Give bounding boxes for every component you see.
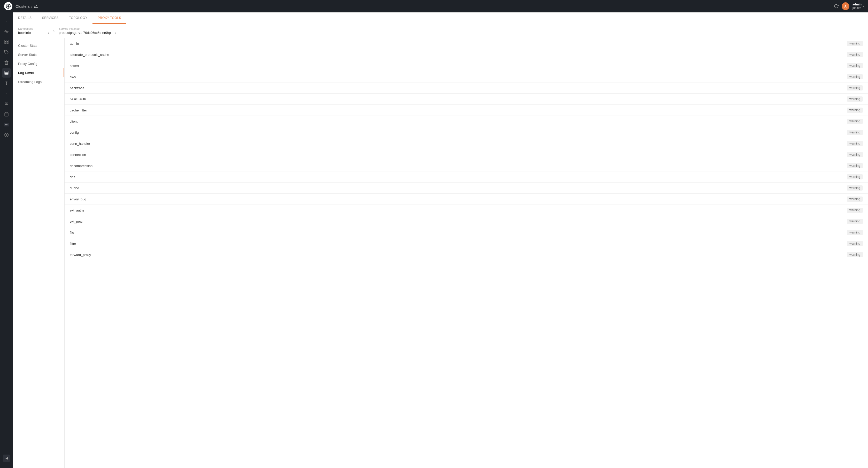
log-name-cell: filter: [65, 238, 707, 249]
table-row: aws warning: [65, 71, 868, 83]
level-badge[interactable]: warning: [847, 230, 863, 235]
user-menu[interactable]: admin jupiter ▾: [852, 3, 864, 10]
left-nav: Cluster Stats Server Stats Proxy Config …: [13, 38, 65, 468]
table-row: client warning: [65, 116, 868, 127]
log-name-cell: config: [65, 127, 707, 138]
refresh-button[interactable]: [834, 4, 839, 8]
left-nav-proxy-config[interactable]: Proxy Config: [13, 59, 64, 68]
log-level-cell: warning: [707, 127, 868, 138]
sidebar-icons: • • WA ◀: [0, 12, 13, 468]
log-name-cell: client: [65, 116, 707, 127]
left-nav-log-level[interactable]: Log Level: [13, 68, 64, 77]
table-row: ext_proc warning: [65, 216, 868, 227]
table-row: admin warning: [65, 38, 868, 49]
level-badge[interactable]: warning: [847, 163, 863, 168]
breadcrumb-parent[interactable]: Clusters: [16, 4, 30, 8]
log-level-cell: warning: [707, 94, 868, 105]
level-badge[interactable]: warning: [847, 141, 863, 146]
log-level-cell: warning: [707, 160, 868, 171]
filter-nav-arrow: ›: [53, 29, 55, 33]
tab-services[interactable]: SERVICES: [37, 12, 64, 24]
sidebar-icon-graph[interactable]: [2, 27, 11, 36]
sidebar-icon-grid[interactable]: [2, 68, 11, 78]
log-level-cell: warning: [707, 182, 868, 194]
user-name: admin: [852, 3, 862, 6]
table-row: config warning: [65, 127, 868, 138]
log-name-cell: alternate_protocols_cache: [65, 49, 707, 60]
level-badge[interactable]: warning: [847, 74, 863, 79]
level-badge[interactable]: warning: [847, 241, 863, 246]
log-name-cell: decompression: [65, 160, 707, 171]
svg-rect-6: [5, 40, 6, 41]
left-nav-server-stats[interactable]: Server Stats: [13, 50, 64, 59]
namespace-filter-group: Namespace bookinfo ▾: [18, 27, 49, 35]
log-name-cell: dns: [65, 171, 707, 182]
level-badge[interactable]: warning: [847, 41, 863, 46]
sidebar-icon-dot-top: •: [2, 17, 11, 26]
sidebar-icon-user[interactable]: [2, 99, 11, 109]
level-badge[interactable]: warning: [847, 174, 863, 179]
log-level-cell: warning: [707, 138, 868, 149]
tab-proxy-tools[interactable]: PROXY TOOLS: [92, 12, 126, 24]
sidebar-icon-apps[interactable]: [2, 37, 11, 47]
avatar: A: [842, 2, 849, 10]
tab-topology[interactable]: TOPOLOGY: [64, 12, 92, 24]
table-row: assert warning: [65, 60, 868, 71]
level-badge[interactable]: warning: [847, 152, 863, 157]
log-level-cell: warning: [707, 227, 868, 238]
log-level-cell: warning: [707, 49, 868, 60]
svg-rect-24: [5, 113, 8, 116]
log-name-cell: ext_authz: [65, 205, 707, 216]
service-instance-select[interactable]: productpage-v1-76dc96cc5c-nr9hp: [59, 31, 116, 35]
app-logo[interactable]: [4, 2, 12, 10]
sidebar-icon-hierarchy[interactable]: [2, 79, 11, 88]
log-level-cell: warning: [707, 116, 868, 127]
svg-rect-17: [5, 71, 8, 75]
breadcrumb-current: c1: [34, 4, 38, 8]
tab-details[interactable]: DETAILS: [13, 12, 37, 24]
log-name-cell: aws: [65, 71, 707, 83]
sidebar-icon-wa[interactable]: WA: [2, 120, 11, 129]
namespace-select-container: bookinfo ▾: [18, 31, 49, 35]
level-badge[interactable]: warning: [847, 108, 863, 113]
table-row: basic_auth warning: [65, 94, 868, 105]
level-badge[interactable]: warning: [847, 130, 863, 135]
sidebar-icon-puzzle[interactable]: [2, 48, 11, 57]
level-badge[interactable]: warning: [847, 252, 863, 257]
log-name-cell: envoy_bug: [65, 194, 707, 205]
level-badge[interactable]: warning: [847, 197, 863, 202]
sidebar-icon-calendar[interactable]: [2, 110, 11, 119]
level-badge[interactable]: warning: [847, 96, 863, 101]
log-level-cell: warning: [707, 238, 868, 249]
table-row: dns warning: [65, 171, 868, 182]
top-nav: Clusters / c1 A admin jupiter ▾: [0, 0, 868, 12]
level-badge[interactable]: warning: [847, 52, 863, 57]
sidebar-icon-settings[interactable]: [2, 130, 11, 140]
left-nav-streaming-logs[interactable]: Streaming Logs: [13, 77, 64, 86]
sidebar-icon-bank[interactable]: [2, 58, 11, 67]
level-badge[interactable]: warning: [847, 119, 863, 124]
svg-point-28: [6, 135, 7, 136]
namespace-select[interactable]: bookinfo: [18, 31, 49, 35]
table-row: dubbo warning: [65, 182, 868, 194]
table-row: ext_authz warning: [65, 205, 868, 216]
svg-point-1: [7, 5, 9, 7]
main-layout: • • WA ◀: [0, 12, 868, 468]
level-badge[interactable]: warning: [847, 219, 863, 224]
log-level-cell: warning: [707, 71, 868, 83]
table-row: file warning: [65, 227, 868, 238]
level-badge[interactable]: warning: [847, 185, 863, 191]
tab-bar: DETAILS SERVICES TOPOLOGY PROXY TOOLS: [13, 12, 868, 24]
sidebar-collapse-button[interactable]: ◀: [3, 455, 10, 462]
log-name-cell: file: [65, 227, 707, 238]
log-name-cell: forward_proxy: [65, 249, 707, 260]
level-badge[interactable]: warning: [847, 208, 863, 213]
table-row: envoy_bug warning: [65, 194, 868, 205]
level-badge[interactable]: warning: [847, 63, 863, 68]
log-level-cell: warning: [707, 205, 868, 216]
svg-rect-9: [7, 42, 8, 44]
left-nav-cluster-stats[interactable]: Cluster Stats: [13, 41, 64, 50]
svg-marker-16: [5, 61, 8, 62]
level-badge[interactable]: warning: [847, 85, 863, 90]
sidebar-icon-dot-mid: •: [2, 89, 11, 98]
